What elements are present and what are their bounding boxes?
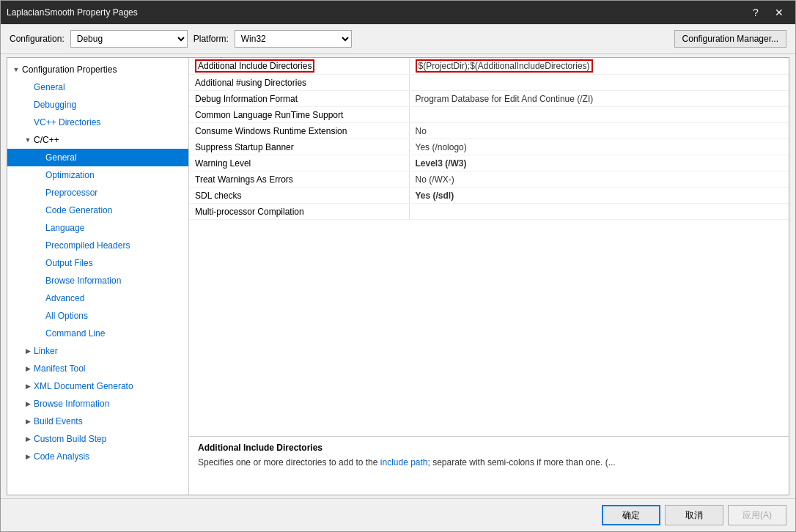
prop-value-consume-windows: No <box>409 123 789 139</box>
tree-item-manifest-tool[interactable]: ▶Manifest Tool <box>7 360 188 377</box>
prop-name-multi-processor: Multi-processor Compilation <box>189 204 409 220</box>
preprocessor-expand-icon <box>34 187 45 199</box>
tree-item-build-events[interactable]: ▶Build Events <box>7 413 188 430</box>
configuration-label: Configuration: <box>10 34 65 44</box>
tree-item-vc-directories[interactable]: VC++ Directories <box>7 114 188 131</box>
precompiled-headers-expand-icon <box>34 240 45 251</box>
tree-item-debugging[interactable]: Debugging <box>7 96 188 114</box>
configuration-manager-button[interactable]: Configuration Manager... <box>674 30 786 48</box>
tree-item-advanced[interactable]: Advanced <box>7 289 188 307</box>
window-title: LaplacianSmooth Property Pages <box>7 7 138 18</box>
tree-item-preprocessor[interactable]: Preprocessor <box>7 184 188 202</box>
custom-build-step-expand-icon: ▶ <box>22 433 34 445</box>
prop-row-treat-warnings[interactable]: Treat Warnings As ErrorsNo (/WX-) <box>189 171 789 188</box>
tree-item-browse-information-cpp[interactable]: Browse Information <box>7 272 188 289</box>
include-path-link[interactable]: include path <box>380 457 428 468</box>
prop-value-treat-warnings: No (/WX-) <box>409 171 789 188</box>
tree-item-browse-information[interactable]: ▶Browse Information <box>7 395 188 413</box>
xml-document-expand-icon: ▶ <box>22 380 34 392</box>
close-button[interactable]: ✕ <box>769 4 789 21</box>
prop-name-sdl-checks: SDL checks <box>189 188 409 204</box>
properties-table: Additional Include Directories$(ProjectD… <box>189 58 789 436</box>
prop-row-multi-processor[interactable]: Multi-processor Compilation <box>189 204 789 220</box>
output-files-label: Output Files <box>45 258 93 268</box>
prop-row-debug-info-format[interactable]: Debug Information FormatProgram Database… <box>189 91 789 107</box>
advanced-label: Advanced <box>45 293 84 303</box>
configuration-properties-label: Configuration Properties <box>22 64 117 75</box>
prop-row-additional-include-dirs[interactable]: Additional Include Directories$(ProjectD… <box>189 58 789 75</box>
property-pages-window: LaplacianSmooth Property Pages ? ✕ Confi… <box>0 0 796 532</box>
debugging-expand-icon <box>22 99 34 111</box>
prop-name-additional-using-dirs: Additional #using Directories <box>189 75 409 91</box>
description-panel: Additional Include Directories Specifies… <box>189 436 789 495</box>
custom-build-step-label: Custom Build Step <box>34 434 106 444</box>
language-expand-icon <box>34 222 45 234</box>
optimization-expand-icon <box>34 169 45 181</box>
title-bar: LaplacianSmooth Property Pages ? ✕ <box>1 1 795 24</box>
general-expand-icon <box>22 81 34 93</box>
tree-item-precompiled-headers[interactable]: Precompiled Headers <box>7 237 188 254</box>
properties-panel: Additional Include Directories$(ProjectD… <box>189 58 789 495</box>
xml-document-label: XML Document Generato <box>34 381 133 391</box>
tree-item-linker[interactable]: ▶Linker <box>7 342 188 360</box>
prop-row-consume-windows[interactable]: Consume Windows Runtime ExtensionNo <box>189 123 789 139</box>
prop-name-additional-include-dirs: Additional Include Directories <box>189 58 409 75</box>
prop-value-additional-using-dirs <box>409 75 789 91</box>
browse-information-cpp-expand-icon <box>34 275 45 287</box>
tree-item-output-files[interactable]: Output Files <box>7 254 188 272</box>
prop-value-debug-info-format: Program Database for Edit And Continue (… <box>409 91 789 107</box>
command-line-label: Command Line <box>45 328 105 339</box>
all-options-expand-icon <box>34 310 45 322</box>
prop-value-warning-level: Level3 (/W3) <box>409 155 789 171</box>
c-cpp-label: C/C++ <box>34 135 59 145</box>
browse-information-cpp-label: Browse Information <box>45 276 121 286</box>
prop-row-warning-level[interactable]: Warning LevelLevel3 (/W3) <box>189 155 789 171</box>
tree-item-code-analysis[interactable]: ▶Code Analysis <box>7 448 188 465</box>
tree-item-custom-build-step[interactable]: ▶Custom Build Step <box>7 430 188 448</box>
manifest-tool-expand-icon: ▶ <box>22 363 34 374</box>
tree-item-code-generation[interactable]: Code Generation <box>7 202 188 219</box>
tree-item-general[interactable]: General <box>7 78 188 96</box>
desc-part2: ; separate with semi-colons if more than… <box>428 457 603 468</box>
tree-item-all-options[interactable]: All Options <box>7 307 188 325</box>
tree-item-c-cpp[interactable]: ▼C/C++ <box>7 131 188 149</box>
prop-value-sdl-checks: Yes (/sdl) <box>409 188 789 204</box>
prop-row-additional-using-dirs[interactable]: Additional #using Directories <box>189 75 789 91</box>
tree-item-xml-document[interactable]: ▶XML Document Generato <box>7 377 188 395</box>
bottom-bar: 确定 取消 应用(A) <box>1 498 795 531</box>
code-generation-expand-icon <box>34 204 45 216</box>
desc-part1: Specifies one or more directories to add… <box>198 457 380 468</box>
all-options-label: All Options <box>45 311 88 321</box>
linker-label: Linker <box>34 346 58 356</box>
cpp-general-expand-icon <box>34 152 45 163</box>
platform-select[interactable]: Win32 <box>235 30 352 48</box>
code-analysis-expand-icon: ▶ <box>22 451 34 462</box>
tree-item-cpp-general[interactable]: General <box>7 149 188 166</box>
prop-value-common-language <box>409 107 789 123</box>
apply-button[interactable]: 应用(A) <box>728 505 786 525</box>
build-events-label: Build Events <box>34 416 83 426</box>
code-analysis-label: Code Analysis <box>34 451 89 462</box>
tree-item-configuration-properties[interactable]: ▼Configuration Properties <box>7 61 188 78</box>
prop-row-suppress-startup[interactable]: Suppress Startup BannerYes (/nologo) <box>189 139 789 155</box>
tree-item-optimization[interactable]: Optimization <box>7 166 188 184</box>
prop-row-common-language[interactable]: Common Language RunTime Support <box>189 107 789 123</box>
cancel-button[interactable]: 取消 <box>665 505 723 525</box>
configuration-select[interactable]: Debug <box>70 30 188 48</box>
tree-item-language[interactable]: Language <box>7 219 188 237</box>
code-generation-label: Code Generation <box>45 205 112 215</box>
tree-panel: ▼Configuration PropertiesGeneralDebuggin… <box>7 58 189 495</box>
prop-name-suppress-startup: Suppress Startup Banner <box>189 139 409 155</box>
prop-name-consume-windows: Consume Windows Runtime Extension <box>189 123 409 139</box>
linker-expand-icon: ▶ <box>22 345 34 357</box>
prop-name-common-language: Common Language RunTime Support <box>189 107 409 123</box>
help-button[interactable]: ? <box>745 4 766 21</box>
prop-row-sdl-checks[interactable]: SDL checksYes (/sdl) <box>189 188 789 204</box>
cpp-general-label: General <box>45 152 77 163</box>
tree-item-command-line[interactable]: Command Line <box>7 325 188 342</box>
output-files-expand-icon <box>34 257 45 269</box>
description-title: Additional Include Directories <box>198 443 780 453</box>
manifest-tool-label: Manifest Tool <box>34 363 85 374</box>
ok-button[interactable]: 确定 <box>602 505 660 525</box>
browse-information-label: Browse Information <box>34 399 109 409</box>
